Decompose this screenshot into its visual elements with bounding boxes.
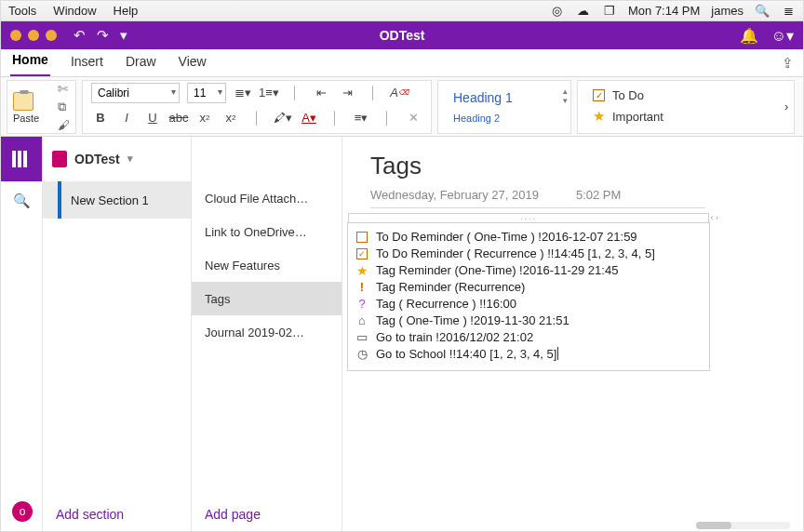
copy-button[interactable]: ⧉ (58, 100, 70, 114)
svg-rect-1 (18, 151, 21, 167)
highlight-button[interactable]: 🖍▾ (274, 109, 292, 127)
subscript-button[interactable]: x2 (195, 109, 214, 127)
tab-draw[interactable]: Draw (124, 48, 158, 76)
exclamation-icon[interactable]: ! (355, 279, 368, 296)
list-item[interactable]: ★ Tag Reminder (One-Time) !2016-11-29 21… (352, 262, 705, 279)
notebook-picker[interactable]: ODTest ▾ (43, 137, 191, 181)
menu-extras-icon[interactable]: ≣ (781, 4, 796, 18)
search-button[interactable]: 🔍 (13, 193, 31, 209)
tab-insert[interactable]: Insert (69, 48, 105, 76)
list-item[interactable]: ◷ Go to School !!14:40 [1, 2, 3, 4, 5] (352, 346, 705, 363)
spotlight-icon[interactable]: 🔍 (755, 4, 770, 18)
svg-rect-0 (12, 151, 16, 167)
question-icon[interactable]: ? (355, 296, 368, 313)
bold-button[interactable]: B (91, 109, 110, 127)
navigation-toggle[interactable] (1, 137, 42, 181)
list-item[interactable]: ! Tag Reminder (Recurrence) (352, 279, 705, 296)
list-item[interactable]: ? Tag ( Recurrence ) !!16:00 (352, 296, 705, 313)
tags-more-icon[interactable]: › (784, 100, 788, 113)
add-page-button[interactable]: Add page (205, 507, 261, 522)
redo-button[interactable]: ↷ (97, 27, 109, 44)
container-resize-handle[interactable]: ‹ › (711, 213, 719, 222)
section-color-strip (58, 181, 61, 219)
delete-button[interactable]: ✕ (404, 109, 422, 127)
clipboard-icon (13, 92, 34, 111)
list-item[interactable]: ✓ To Do Reminder ( Recurrence ) !!14:45 … (352, 246, 705, 262)
avatar[interactable]: o (12, 501, 33, 522)
outdent-button[interactable]: ⇤ (312, 84, 330, 102)
mac-user[interactable]: james (711, 4, 744, 18)
strike-button[interactable]: abc (169, 109, 188, 127)
clock[interactable]: Mon 7:14 PM (628, 4, 700, 18)
font-size-select[interactable] (187, 83, 226, 103)
style-heading1[interactable]: Heading 1 (453, 90, 565, 105)
notifications-icon[interactable]: 🔔 (740, 27, 758, 45)
font-color-button[interactable]: A▾ (300, 109, 318, 127)
superscript-button[interactable]: x2 (221, 109, 240, 127)
container-drag-handle[interactable]: ···· (348, 213, 709, 222)
undo-button[interactable]: ↶ (74, 27, 86, 44)
editable-line[interactable]: Go to School !!14:40 [1, 2, 3, 4, 5] (376, 346, 558, 363)
macmenu-item[interactable]: Window (53, 4, 96, 18)
tag-important[interactable]: ★ Important (593, 108, 779, 125)
page-title[interactable]: Tags (342, 137, 803, 184)
star-icon[interactable]: ★ (355, 262, 368, 279)
page-item[interactable]: Tags (192, 282, 342, 315)
styles-gallery[interactable]: Heading 1 Heading 2 ▴▾ (437, 80, 571, 134)
chevron-down-icon: ▾ (127, 153, 133, 165)
checkbox-empty-icon[interactable] (355, 232, 368, 243)
share-button[interactable]: ⇪ (782, 55, 794, 72)
font-family-select[interactable] (91, 83, 180, 103)
styles-more-icon[interactable]: ▴▾ (563, 86, 568, 105)
list-item[interactable]: ▭ Go to train !2016/12/02 21:02 (352, 329, 705, 346)
tab-home[interactable]: Home (10, 47, 50, 76)
italic-button[interactable]: I (117, 109, 136, 127)
numbering-button[interactable]: 1≡▾ (260, 84, 278, 102)
page-item[interactable]: Cloud File Attach… (192, 181, 342, 215)
notebook-icon (52, 151, 67, 167)
page-item[interactable]: Link to OneDrive… (192, 215, 342, 248)
tab-view[interactable]: View (177, 48, 208, 76)
book-icon[interactable]: ▭ (355, 329, 368, 346)
onedrive-status-icon[interactable]: ◎ (550, 4, 565, 18)
macmenu-item[interactable]: Help (114, 4, 139, 18)
star-icon: ★ (593, 108, 605, 125)
window-traffic-lights[interactable] (10, 30, 57, 41)
house-icon[interactable]: ⌂ (355, 313, 368, 329)
underline-button[interactable]: U (143, 109, 162, 127)
cut-button[interactable]: ✄ (58, 82, 70, 96)
section-item[interactable]: New Section 1 (43, 181, 191, 219)
qat-customize-button[interactable]: ▾ (120, 27, 127, 44)
tags-gallery[interactable]: ✓ To Do ★ Important › (577, 80, 795, 134)
checkbox-icon: ✓ (593, 89, 605, 101)
svg-rect-2 (23, 151, 27, 167)
clear-formatting-button[interactable]: A⌫ (390, 84, 409, 102)
tag-todo[interactable]: ✓ To Do (593, 88, 779, 102)
note-canvas[interactable]: Tags Wednesday, February 27, 2019 5:02 P… (342, 137, 803, 531)
bullets-button[interactable]: ≣▾ (234, 84, 252, 102)
horizontal-scrollbar[interactable] (696, 522, 790, 529)
page-item[interactable]: New Features (192, 248, 342, 282)
paste-button[interactable]: Paste (13, 90, 58, 124)
add-section-button[interactable]: Add section (56, 507, 124, 522)
align-button[interactable]: ≡▾ (352, 109, 370, 127)
page-item[interactable]: Journal 2019-02… (192, 315, 342, 349)
displays-icon[interactable]: ❐ (602, 4, 617, 18)
checkbox-checked-icon[interactable]: ✓ (355, 248, 368, 259)
text-caret (557, 347, 558, 360)
note-container[interactable]: ···· ‹ › To Do Reminder ( One-Time ) !20… (347, 222, 710, 371)
macmenu-item[interactable]: Tools (8, 4, 36, 18)
style-heading2[interactable]: Heading 2 (453, 113, 565, 124)
list-item[interactable]: ⌂ Tag ( One-Time ) !2019-11-30 21:51 (352, 313, 705, 329)
cloud-icon[interactable]: ☁ (576, 4, 591, 18)
list-item[interactable]: To Do Reminder ( One-Time ) !2016-12-07 … (352, 229, 705, 246)
account-icon[interactable]: ☺︎▾ (771, 27, 794, 45)
format-painter-button[interactable]: 🖌 (58, 118, 70, 132)
clock-icon[interactable]: ◷ (355, 346, 368, 363)
page-created-time: 5:02 PM (576, 188, 621, 202)
page-created-date: Wednesday, February 27, 2019 (370, 188, 539, 202)
indent-button[interactable]: ⇥ (338, 84, 356, 102)
